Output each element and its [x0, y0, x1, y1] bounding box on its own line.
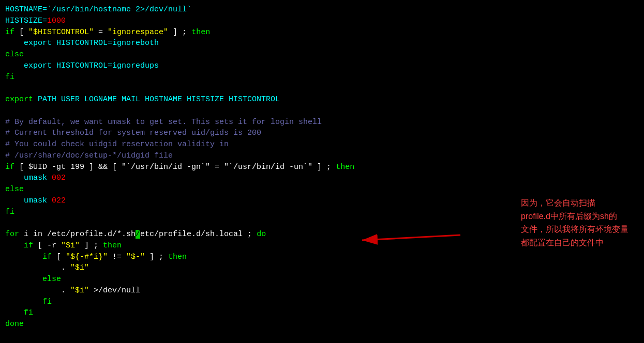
code-line-25: else [5, 274, 639, 285]
code-line-2: HISTSIZE=1000 [5, 15, 639, 27]
code-line-5: else [5, 49, 639, 60]
annotation-text: 因为，它会自动扫描 profile.d中所有后缀为sh的 文件，所以我将所有环境… [521, 196, 628, 249]
code-line-9: export PATH USER LOGNAME MAIL HOSTNAME H… [5, 94, 639, 105]
code-line-13: # You could check uidgid reservation val… [5, 139, 639, 150]
code-line-1: HOSTNAME=`/usr/bin/hostname 2>/dev/null` [5, 4, 639, 15]
code-line-11: # By default, we want umask to get set. … [5, 117, 639, 128]
code-line-3: if [ "$HISTCONTROL" = "ignorespace" ] ; … [5, 27, 639, 38]
code-line-4: export HISTCONTROL=ignoreboth [5, 38, 639, 49]
code-line-8 [5, 83, 639, 94]
code-line-24: . "$i" [5, 262, 639, 274]
code-line-12: # Current threshold for system reserved … [5, 128, 639, 139]
code-line-15: if [ $UID -gt 199 ] && [ "`/usr/bin/id -… [5, 162, 639, 173]
code-line-6: export HISTCONTROL=ignoredups [5, 60, 639, 72]
code-line-10 [5, 105, 639, 117]
code-line-27: fi [5, 297, 639, 308]
code-line-16: umask 002 [5, 173, 639, 184]
code-editor: HOSTNAME=`/usr/bin/hostname 2>/dev/null`… [0, 0, 644, 334]
code-line-17: else [5, 184, 639, 195]
code-line-29: done [5, 319, 639, 330]
code-line-28: fi [5, 307, 639, 319]
code-line-23: if [ "${-#*i}" != "$-" ] ; then [5, 252, 639, 263]
code-line-7: fi [5, 72, 639, 83]
code-line-26: . "$i" >/dev/null [5, 285, 639, 297]
code-line-14: # /usr/share/doc/setup-*/uidgid file [5, 150, 639, 162]
